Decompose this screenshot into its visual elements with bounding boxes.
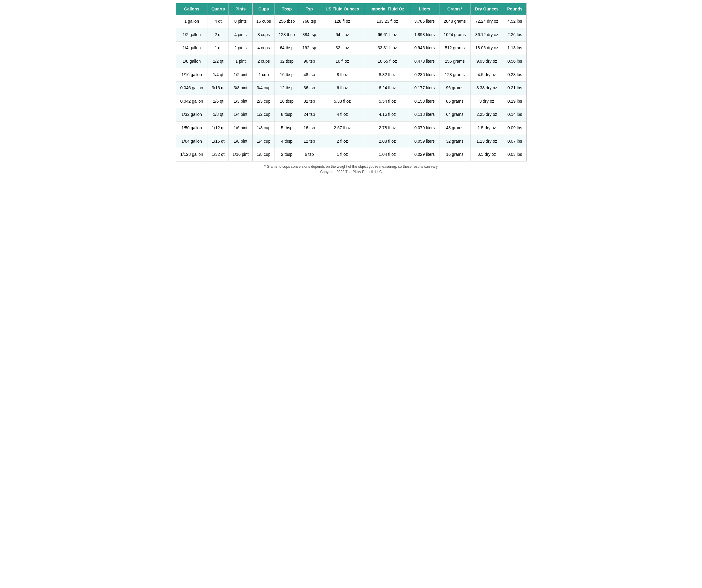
cell-r8-c2: 1/6 pint — [229, 121, 252, 135]
cell-r0-c3: 16 cups — [252, 15, 275, 28]
cell-r3-c1: 1/2 qt — [208, 54, 229, 68]
cell-r7-c5: 24 tsp — [299, 108, 320, 122]
cell-r1-c8: 1.893 liters — [410, 28, 439, 41]
cell-r9-c11: 0.07 lbs — [503, 135, 526, 148]
table-row: 1/2 gallon2 qt4 pints8 cups128 tbsp384 t… — [176, 28, 526, 41]
cell-r3-c7: 16.65 fl oz — [365, 54, 410, 68]
cell-r3-c3: 2 cups — [252, 54, 275, 68]
cell-r3-c6: 16 fl oz — [320, 54, 365, 68]
cell-r3-c9: 256 grams — [439, 54, 470, 68]
cell-r7-c2: 1/4 pint — [229, 108, 252, 122]
cell-r9-c7: 2.08 fl oz — [365, 135, 410, 148]
cell-r3-c11: 0.56 lbs — [503, 54, 526, 68]
table-row: 1/8 gallon1/2 qt1 pint2 cups32 tbsp96 ts… — [176, 54, 526, 68]
cell-r8-c7: 2.78 fl oz — [365, 121, 410, 135]
cell-r3-c2: 1 pint — [229, 54, 252, 68]
conversion-table: GallonsQuartsPintsCupsTbspTspUS Fluid Ou… — [176, 3, 526, 161]
cell-r8-c8: 0.079 liters — [410, 121, 439, 135]
table-body: 1 gallon4 qt8 pints16 cups256 tbsp768 ts… — [176, 15, 526, 161]
cell-r7-c0: 1/32 gallon — [176, 108, 208, 122]
cell-r9-c0: 1/64 gallon — [176, 135, 208, 148]
column-header-5: Tsp — [299, 3, 320, 15]
cell-r1-c0: 1/2 gallon — [176, 28, 208, 41]
cell-r6-c11: 0.19 lbs — [503, 95, 526, 108]
cell-r10-c0: 1/128 gallon — [176, 148, 208, 161]
cell-r9-c6: 2 fl oz — [320, 135, 365, 148]
cell-r10-c2: 1/16 pint — [229, 148, 252, 161]
cell-r6-c3: 2/3 cup — [252, 95, 275, 108]
cell-r10-c8: 0.029 liters — [410, 148, 439, 161]
cell-r10-c1: 1/32 qt — [208, 148, 229, 161]
cell-r1-c6: 64 fl oz — [320, 28, 365, 41]
cell-r2-c10: 18.06 dry oz — [470, 41, 503, 55]
cell-r5-c10: 3.38 dry oz — [470, 82, 503, 95]
cell-r3-c8: 0.473 liters — [410, 54, 439, 68]
cell-r0-c9: 2048 grams — [439, 15, 470, 28]
cell-r2-c0: 1/4 gallon — [176, 41, 208, 55]
cell-r4-c6: 8 fl oz — [320, 68, 365, 82]
table-row: 0.046 gallon3/16 qt3/8 pint3/4 cup12 tbs… — [176, 82, 526, 95]
cell-r6-c1: 1/6 qt — [208, 95, 229, 108]
cell-r0-c1: 4 qt — [208, 15, 229, 28]
cell-r0-c0: 1 gallon — [176, 15, 208, 28]
cell-r3-c0: 1/8 gallon — [176, 54, 208, 68]
cell-r1-c9: 1024 grams — [439, 28, 470, 41]
cell-r8-c6: 2.67 fl oz — [320, 121, 365, 135]
cell-r5-c8: 0.177 liters — [410, 82, 439, 95]
cell-r1-c5: 384 tsp — [299, 28, 320, 41]
cell-r8-c4: 5 tbsp — [275, 121, 299, 135]
cell-r6-c8: 0.158 liters — [410, 95, 439, 108]
cell-r2-c1: 1 qt — [208, 41, 229, 55]
cell-r9-c8: 0.059 liters — [410, 135, 439, 148]
cell-r7-c6: 4 fl oz — [320, 108, 365, 122]
cell-r4-c5: 48 tsp — [299, 68, 320, 82]
cell-r7-c3: 1/2 cup — [252, 108, 275, 122]
column-header-3: Cups — [252, 3, 275, 15]
cell-r9-c5: 12 tsp — [299, 135, 320, 148]
column-header-1: Quarts — [208, 3, 229, 15]
cell-r6-c2: 1/3 pint — [229, 95, 252, 108]
cell-r9-c2: 1/8 pint — [229, 135, 252, 148]
table-row: 1/64 gallon1/16 qt1/8 pint1/4 cup4 tbsp1… — [176, 135, 526, 148]
footnote-line1: * Grams to cups conversions depends on t… — [176, 164, 526, 169]
cell-r7-c4: 8 tbsp — [275, 108, 299, 122]
conversion-table-wrapper: GallonsQuartsPintsCupsTbspTspUS Fluid Ou… — [176, 3, 526, 175]
cell-r0-c10: 72.24 dry oz — [470, 15, 503, 28]
cell-r4-c8: 0.236 liters — [410, 68, 439, 82]
cell-r3-c4: 32 tbsp — [275, 54, 299, 68]
cell-r10-c5: 6 tsp — [299, 148, 320, 161]
cell-r1-c2: 4 pints — [229, 28, 252, 41]
cell-r9-c10: 1.13 dry oz — [470, 135, 503, 148]
cell-r1-c11: 2.26 lbs — [503, 28, 526, 41]
table-footnote: * Grams to cups conversions depends on t… — [176, 164, 526, 175]
cell-r5-c5: 36 tsp — [299, 82, 320, 95]
cell-r10-c7: 1.04 fl oz — [365, 148, 410, 161]
cell-r3-c5: 96 tsp — [299, 54, 320, 68]
column-header-8: Liters — [410, 3, 439, 15]
cell-r10-c4: 2 tbsp — [275, 148, 299, 161]
cell-r5-c7: 6.24 fl oz — [365, 82, 410, 95]
cell-r4-c2: 1/2 pint — [229, 68, 252, 82]
cell-r5-c11: 0.21 lbs — [503, 82, 526, 95]
cell-r2-c5: 192 tsp — [299, 41, 320, 55]
cell-r6-c10: 3 dry oz — [470, 95, 503, 108]
cell-r8-c11: 0.09 lbs — [503, 121, 526, 135]
cell-r2-c7: 33.31 fl oz — [365, 41, 410, 55]
cell-r10-c11: 0.03 lbs — [503, 148, 526, 161]
cell-r4-c9: 128 grams — [439, 68, 470, 82]
column-header-11: Pounds — [503, 3, 526, 15]
cell-r7-c11: 0.14 lbs — [503, 108, 526, 122]
cell-r7-c10: 2.25 dry oz — [470, 108, 503, 122]
cell-r0-c5: 768 tsp — [299, 15, 320, 28]
cell-r9-c1: 1/16 qt — [208, 135, 229, 148]
cell-r8-c9: 43 grams — [439, 121, 470, 135]
cell-r1-c4: 128 tbsp — [275, 28, 299, 41]
cell-r7-c8: 0.118 liters — [410, 108, 439, 122]
cell-r2-c11: 1.13 lbs — [503, 41, 526, 55]
cell-r5-c1: 3/16 qt — [208, 82, 229, 95]
table-row: 0.042 gallon1/6 qt1/3 pint2/3 cup10 tbsp… — [176, 95, 526, 108]
cell-r4-c3: 1 cup — [252, 68, 275, 82]
cell-r2-c2: 2 pints — [229, 41, 252, 55]
cell-r9-c4: 4 tbsp — [275, 135, 299, 148]
column-header-2: Pints — [229, 3, 252, 15]
